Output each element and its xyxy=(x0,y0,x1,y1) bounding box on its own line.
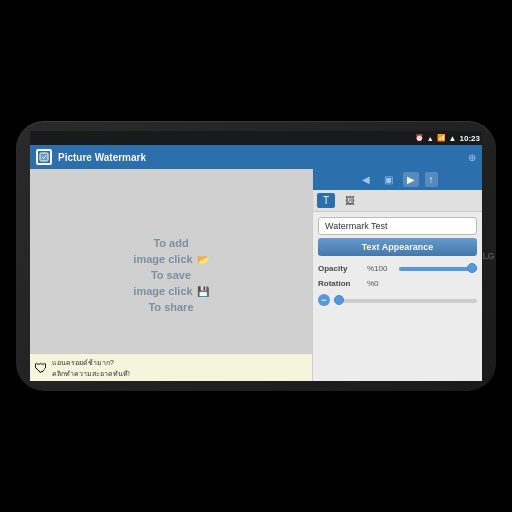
opacity-thumb[interactable] xyxy=(467,263,477,273)
share-text: To share xyxy=(148,301,193,313)
save-click-icon[interactable]: 💾 xyxy=(197,286,209,297)
ad-banner[interactable]: 🛡 แอนดรอยด์ช้ามาก? คลิกทำความสะอาดทันที! xyxy=(30,353,312,381)
ad-text-container: แอนดรอยด์ช้ามาก? คลิกทำความสะอาดทันที! xyxy=(52,357,130,379)
opacity-value: %100 xyxy=(367,264,395,273)
battery-text: ▲ xyxy=(449,134,457,143)
rotation-minus-btn[interactable]: − xyxy=(318,294,330,306)
placeholder-line-4: image click 💾 xyxy=(133,285,208,297)
rotation-value: %0 xyxy=(367,279,395,288)
app-icon xyxy=(36,149,52,165)
placeholder-line-2: image click 📂 xyxy=(133,253,208,265)
rotation-label: Rotation xyxy=(318,279,363,288)
status-bar: ⏰ ▲ 📶 ▲ 10:23 xyxy=(30,131,482,145)
opacity-label: Opacity xyxy=(318,264,363,273)
ad-text-2: คลิกทำความสะอาดทันที! xyxy=(52,368,130,379)
image-tab[interactable]: 🖼 xyxy=(339,193,361,208)
wifi-icon: 📶 xyxy=(437,134,446,142)
add-click-icon[interactable]: 📂 xyxy=(197,254,209,265)
placeholder-line-3: To save xyxy=(151,269,191,281)
placeholder-line-5: To share xyxy=(148,301,193,313)
save-text-1: To save xyxy=(151,269,191,281)
ad-text-1: แอนดรอยด์ช้ามาก? xyxy=(52,357,130,368)
phone-shell: ⏰ ▲ 📶 ▲ 10:23 Picture Watermark ⊕ xyxy=(16,121,496,391)
rotation-track[interactable] xyxy=(334,299,477,303)
lg-brand: LG xyxy=(483,251,495,261)
app-bar: Picture Watermark ⊕ xyxy=(30,145,482,169)
add-text-2: image click xyxy=(133,253,192,265)
app-title: Picture Watermark xyxy=(58,152,462,163)
app-bar-actions: ⊕ xyxy=(468,152,476,163)
signal-icon: ▲ xyxy=(427,135,434,142)
text-tab[interactable]: T xyxy=(317,193,335,208)
placeholder-line-1: To add xyxy=(153,237,188,249)
forward-tool-btn[interactable]: ▶ xyxy=(403,172,419,187)
opacity-track[interactable] xyxy=(399,267,477,271)
opacity-row: Opacity %100 xyxy=(313,261,482,276)
rotation-row: Rotation %0 xyxy=(313,276,482,291)
back-tool-btn[interactable]: ◀ xyxy=(358,172,374,187)
rotation-slider-row: − xyxy=(313,291,482,309)
alarm-icon: ⏰ xyxy=(415,134,424,142)
rotation-thumb[interactable] xyxy=(334,295,344,305)
right-panel: ◀ ▣ ▶ ↑ T 🖼 Watermark Test Text Appearan… xyxy=(312,169,482,381)
save-text-2: image click xyxy=(133,285,192,297)
time-text: 10:23 xyxy=(460,134,480,143)
watermark-text-input[interactable]: Watermark Test xyxy=(318,217,477,235)
copy-tool-btn[interactable]: ▣ xyxy=(380,172,397,187)
status-icons: ⏰ ▲ 📶 ▲ 10:23 xyxy=(415,134,480,143)
share-tool-btn[interactable]: ↑ xyxy=(425,172,438,187)
app-screen: Picture Watermark ⊕ To add image click 📂 xyxy=(30,145,482,381)
opacity-fill xyxy=(399,267,477,271)
ad-icon: 🛡 xyxy=(34,360,48,376)
add-text-1: To add xyxy=(153,237,188,249)
image-placeholder: To add image click 📂 To save image click… xyxy=(133,237,208,313)
add-image-icon[interactable]: ⊕ xyxy=(468,152,476,163)
svg-point-1 xyxy=(40,153,48,161)
text-appearance-button[interactable]: Text Appearance xyxy=(318,238,477,256)
tab-row: T 🖼 xyxy=(313,190,482,212)
tool-icons-row: ◀ ▣ ▶ ↑ xyxy=(313,169,482,190)
main-layout: To add image click 📂 To save image click… xyxy=(30,169,482,381)
image-panel: To add image click 📂 To save image click… xyxy=(30,169,312,381)
